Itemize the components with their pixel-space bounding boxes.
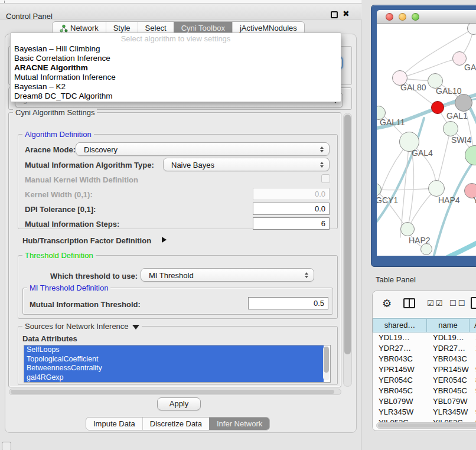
algorithm-dropdown-popup: Select algorithm to view settings Bayesi… <box>10 32 341 102</box>
select-all-checkboxes-icon[interactable]: ☑☑ <box>427 299 444 308</box>
algorithm-definition-title: Algorithm Definition <box>22 130 94 139</box>
manual-kernel-checkbox[interactable] <box>321 174 330 183</box>
list-scrollbar-thumb[interactable] <box>324 347 329 373</box>
which-threshold-combobox[interactable]: MI Threshold <box>141 268 314 282</box>
node-label: GAL4 <box>412 148 433 158</box>
tab-infer-network[interactable]: Infer Network <box>209 418 269 430</box>
node-label: HAP2 <box>409 236 431 245</box>
list-item[interactable]: SelfLoops <box>24 345 324 355</box>
table-horizontal-scrollbar[interactable] <box>376 422 476 429</box>
close-icon[interactable]: ✖ <box>343 9 350 18</box>
network-edge[interactable] <box>433 156 476 256</box>
node-label: GAL1 <box>446 111 468 120</box>
split-columns-icon[interactable] <box>403 298 415 308</box>
node-label: GCY1 <box>377 195 398 205</box>
expand-arrow-icon[interactable] <box>162 237 167 243</box>
hub-definition-label: Hub/Transcription Factor Definition <box>22 236 151 245</box>
list-item[interactable]: gal4RGexp <box>24 373 324 383</box>
combo-arrows-icon <box>320 162 324 168</box>
column-header-name[interactable]: name <box>427 318 470 332</box>
collapse-arrow-icon[interactable] <box>132 325 139 330</box>
data-attributes-list: SelfLoops TopologicalCoefficient Between… <box>24 345 331 383</box>
tab-discretize-data[interactable]: Discretize Data <box>142 418 209 430</box>
sources-group-title: Sources for Network Inference <box>22 322 142 331</box>
tab-impute-data[interactable]: Impute Data <box>86 418 142 430</box>
settings-horizontal-thumb[interactable] <box>11 390 334 394</box>
node-label: GAL80 <box>400 83 426 92</box>
node-label: GAL11 <box>380 118 405 127</box>
table-row[interactable]: YBR043C YBR043C <box>373 354 476 364</box>
dropdown-item-aracne[interactable]: ARACNE Algorithm <box>11 63 341 73</box>
network-edge[interactable] <box>377 188 436 190</box>
which-threshold-value: MI Threshold <box>149 271 194 280</box>
node-label: SWI4 <box>451 135 471 145</box>
column-header-shared-name[interactable]: shared… <box>373 318 427 332</box>
network-node[interactable] <box>443 121 458 136</box>
settings-group-title: Cyni Algorithm Settings <box>13 108 97 117</box>
node-label: GAL10 <box>436 86 462 96</box>
network-edge[interactable] <box>377 118 424 227</box>
network-edge[interactable] <box>436 129 451 188</box>
table-row[interactable]: YBL079W YBL079W <box>373 396 476 407</box>
table-row[interactable]: YLR345W YLR345W 9. <box>373 407 476 418</box>
dropdown-placeholder: Select algorithm to view settings <box>11 34 341 44</box>
table-row[interactable]: YDR27… YDR27… 12 <box>373 343 476 354</box>
mi-type-combobox[interactable]: Naive Bayes <box>163 158 330 171</box>
settings-vertical-scrollbar[interactable] <box>343 113 352 387</box>
network-canvas[interactable]: GALGAL80GAL10GAL1GAL11SWI4GAL4GCY1HAP4YH… <box>377 24 476 256</box>
tab-label: Network <box>70 24 99 32</box>
deselect-all-checkboxes-icon[interactable]: ☐☐ <box>449 299 467 308</box>
table-row[interactable]: YPR145W YPR145W 9. <box>373 364 476 375</box>
dpi-tolerance-field[interactable] <box>253 203 330 215</box>
dpi-tolerance-label: DPI Tolerance [0,1]: <box>25 205 96 214</box>
column-header-clipped[interactable]: A <box>470 318 476 332</box>
data-attributes-label: Data Attributes <box>22 334 77 343</box>
network-window-titlebar[interactable] <box>377 10 476 24</box>
network-view-window[interactable]: GALGAL80GAL10GAL1GAL11SWI4GAL4GCY1HAP4YH… <box>371 5 476 267</box>
table-panel-card: ⚙ ☑☑ ☐☐ shared… name A YDL19… YDL19… 13 … <box>372 291 476 431</box>
list-item[interactable]: BetweennessCentrality <box>24 364 324 373</box>
dropdown-item-bayesian-k2[interactable]: Bayesian – K2 <box>11 82 341 92</box>
network-node[interactable] <box>455 94 472 112</box>
close-traffic-light-icon[interactable] <box>386 13 393 21</box>
minimized-panel-icon[interactable] <box>2 442 11 450</box>
dropdown-item-mutual-information[interactable]: Mutual Information Inference <box>11 73 341 82</box>
node-label: Y <box>473 195 476 205</box>
settings-vertical-thumb[interactable] <box>344 115 351 354</box>
kernel-width-field[interactable] <box>253 188 330 200</box>
aracne-mode-combobox[interactable]: Discovery <box>76 142 330 156</box>
node-label: HAP4 <box>438 195 460 205</box>
dropdown-item-bayesian-hill-climbing[interactable]: Bayesian – Hill Climbing <box>11 44 341 54</box>
minimize-traffic-light-icon[interactable] <box>399 13 406 21</box>
table-horizontal-thumb[interactable] <box>378 423 476 428</box>
top-strip-tick <box>4 1 5 3</box>
settings-horizontal-scrollbar[interactable] <box>9 389 341 395</box>
network-node[interactable] <box>431 101 444 114</box>
mi-steps-label: Mutual Information Steps: <box>25 220 119 229</box>
network-node[interactable] <box>420 243 432 255</box>
float-window-icon[interactable] <box>331 11 338 18</box>
table-panel-title: Table Panel <box>376 275 416 284</box>
bottom-tabbar: Impute Data Discretize Data Infer Networ… <box>86 417 270 431</box>
mi-threshold-group-title: MI Threshold Definition <box>27 283 110 292</box>
table-row[interactable]: YDL19… YDL19… 13 <box>373 332 476 343</box>
kernel-width-label: Kernel Width (0,1): <box>25 190 93 199</box>
dropdown-item-basic-correlation[interactable]: Basic Correlation Inference <box>11 54 341 63</box>
zoom-traffic-light-icon[interactable] <box>412 13 419 21</box>
apply-button[interactable]: Apply <box>157 397 201 410</box>
network-node[interactable] <box>428 180 445 197</box>
mi-steps-field[interactable] <box>253 217 330 230</box>
table-row[interactable]: YBR045C YBR045C 9. <box>373 386 476 396</box>
aracne-mode-value: Discovery <box>84 145 118 154</box>
list-scrollbar[interactable] <box>323 346 330 380</box>
network-node[interactable] <box>400 222 415 236</box>
combo-arrows-icon <box>305 272 308 278</box>
new-table-icon[interactable] <box>471 297 476 309</box>
mi-threshold-field[interactable] <box>248 297 328 309</box>
network-edge[interactable] <box>443 239 476 256</box>
table-row[interactable]: YER054C YER054C 8. <box>373 375 476 386</box>
mi-type-value: Naive Bayes <box>171 161 214 169</box>
list-item[interactable]: TopologicalCoefficient <box>24 355 324 364</box>
dropdown-item-dream8[interactable]: Dream8 DC_TDC Algorithm <box>11 92 341 101</box>
gear-icon[interactable]: ⚙ <box>382 297 392 310</box>
